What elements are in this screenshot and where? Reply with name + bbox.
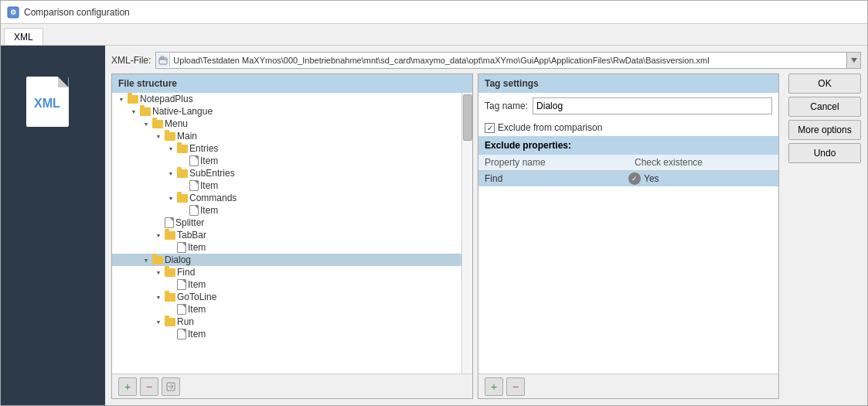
props-toolbar: + − <box>478 374 778 398</box>
xml-logo: XML <box>26 77 80 138</box>
toggle-tabbar[interactable] <box>154 230 163 240</box>
tree-item-tabbar-item[interactable]: Item <box>112 241 461 254</box>
folder-icon <box>152 120 163 128</box>
toggle-gotoline[interactable] <box>154 292 163 302</box>
tree-label-tabbar: TabBar <box>177 230 206 241</box>
add-item-button[interactable]: + <box>118 377 137 396</box>
exclude-props-body: Property name Check existence Find Yes <box>478 155 778 374</box>
toggle-commands[interactable] <box>166 193 175 203</box>
tree-item-commands-item[interactable]: Item <box>112 204 461 217</box>
ok-button[interactable]: OK <box>788 73 861 94</box>
exclude-label: Exclude from comparison <box>498 122 602 133</box>
tree-label-find: Find <box>177 267 195 278</box>
tree-scroll[interactable]: NotepadPlus Native-Langue <box>112 93 461 374</box>
tag-settings-panel: Tag settings Tag name: Exclude from comp… <box>478 73 779 399</box>
tree-label-gotoline-item: Item <box>188 304 206 315</box>
tree-item-notepadplus[interactable]: NotepadPlus <box>112 93 461 105</box>
tree-label-dialog: Dialog <box>165 254 191 265</box>
file-icon <box>189 180 199 191</box>
toggle-subentries[interactable] <box>166 169 175 178</box>
toggle-menu[interactable] <box>141 119 151 128</box>
tree-label-find-item: Item <box>188 279 206 290</box>
file-icon <box>165 217 174 228</box>
tag-name-input[interactable] <box>533 97 772 114</box>
folder-icon <box>152 256 163 264</box>
tree-item-tabbar[interactable]: TabBar <box>112 229 461 241</box>
tree-item-main[interactable]: Main <box>112 130 461 142</box>
tree-label-entries-item: Item <box>200 155 218 166</box>
folder-icon <box>128 95 138 104</box>
exclude-row: Exclude from comparison <box>478 119 778 136</box>
tree-label-main: Main <box>177 131 197 142</box>
props-table-header: Property name Check existence <box>478 155 778 171</box>
add-prop-button[interactable]: + <box>485 377 503 396</box>
tree-label-native-langue: Native-Langue <box>152 106 213 117</box>
tree-label-menu: Menu <box>165 118 188 129</box>
tree-item-subentries[interactable]: SubEntries <box>112 167 461 179</box>
tree-item-entries[interactable]: Entries <box>112 142 461 155</box>
exclude-props-header: Exclude properties: <box>478 136 778 155</box>
left-sidebar: XML <box>1 46 105 405</box>
props-row-find[interactable]: Find Yes <box>478 171 778 186</box>
tree-item-run[interactable]: Run <box>112 316 461 328</box>
xml-file-dropdown[interactable] <box>846 52 860 69</box>
tree-item-gotoline[interactable]: GoToLine <box>112 291 461 303</box>
tree-label-commands: Commands <box>189 193 237 203</box>
remove-item-button[interactable]: − <box>140 377 158 396</box>
xml-file-value: Upload\Testdaten MaXYmos\000_Inbetriebna… <box>170 56 846 65</box>
col-property-name: Property name <box>478 155 628 170</box>
xml-text-label: XML <box>34 97 60 111</box>
folder-icon <box>177 169 188 178</box>
title-bar: ⚙ Comparison configuration <box>1 1 867 24</box>
tree-item-splitter[interactable]: Splitter <box>112 217 461 229</box>
tab-xml[interactable]: XML <box>4 28 43 45</box>
file-structure-body: NotepadPlus Native-Langue <box>112 93 472 374</box>
toggle-native-langue[interactable] <box>129 107 138 116</box>
toggle-notepadplus[interactable] <box>117 94 126 104</box>
file-structure-panel: File structure NotepadPlus <box>111 73 473 399</box>
tree-label-subentries-item: Item <box>200 180 218 191</box>
tree-item-subentries-item[interactable]: Item <box>112 179 461 192</box>
undo-button[interactable]: Undo <box>788 143 861 163</box>
tree-label-notepadplus: NotepadPlus <box>140 94 193 104</box>
export-button[interactable] <box>162 377 180 396</box>
cancel-button[interactable]: Cancel <box>788 97 861 117</box>
tree-label-gotoline: GoToLine <box>177 292 216 302</box>
remove-prop-button[interactable]: − <box>506 377 525 396</box>
tree-item-find[interactable]: Find <box>112 266 461 278</box>
file-structure-header: File structure <box>112 74 472 93</box>
toggle-entries[interactable] <box>166 144 175 153</box>
xml-file-label: XML-File: <box>111 55 151 66</box>
tree-scrollbar[interactable] <box>461 93 472 374</box>
main-window: ⚙ Comparison configuration XML XML XML-F… <box>0 0 868 406</box>
tree-item-gotoline-item[interactable]: Item <box>112 303 461 316</box>
xml-file-row: XML-File: Upload\Testdaten MaXYmos\000_I… <box>111 52 861 69</box>
file-icon <box>177 279 186 290</box>
toggle-run[interactable] <box>154 317 163 326</box>
toggle-dialog[interactable] <box>141 255 151 264</box>
tree-item-run-item[interactable]: Item <box>112 328 461 340</box>
tree-item-commands[interactable]: Commands <box>112 192 461 204</box>
tree-item-native-langue[interactable]: Native-Langue <box>112 105 461 118</box>
tree-item-entries-item[interactable]: Item <box>112 155 461 167</box>
file-structure-toolbar: + − <box>112 374 472 398</box>
svg-text:⚙: ⚙ <box>10 9 16 16</box>
scrollbar-thumb[interactable] <box>463 94 472 141</box>
toggle-main[interactable] <box>154 131 163 141</box>
xml-file-browse-icon <box>156 53 170 67</box>
tree-label-commands-item: Item <box>200 205 218 216</box>
more-options-button[interactable]: More options <box>788 120 861 140</box>
tree-label-tabbar-item: Item <box>188 242 206 253</box>
tree-label-run-item: Item <box>188 329 206 339</box>
center-content: XML-File: Upload\Testdaten MaXYmos\000_I… <box>105 46 867 405</box>
tree-item-menu[interactable]: Menu <box>112 118 461 130</box>
tree-item-find-item[interactable]: Item <box>112 278 461 291</box>
folder-icon <box>165 231 175 240</box>
tree-label-subentries: SubEntries <box>189 168 235 179</box>
tree-item-dialog[interactable]: Dialog <box>112 254 461 266</box>
exclude-checkbox[interactable] <box>485 123 495 133</box>
folder-icon <box>165 268 175 277</box>
toggle-find[interactable] <box>154 268 163 277</box>
folder-icon <box>165 318 175 326</box>
main-content: XML XML-File: Upload\Testdaten MaXYmos\0… <box>1 46 867 405</box>
